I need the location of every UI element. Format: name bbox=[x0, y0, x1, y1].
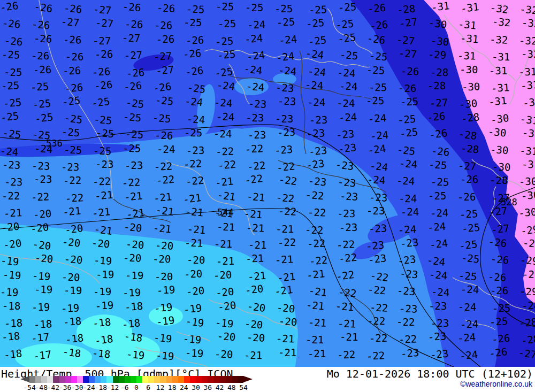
temp-value: -18 bbox=[124, 301, 143, 312]
temp-value: -25 bbox=[274, 4, 293, 14]
temp-value: -25 bbox=[152, 113, 171, 124]
temp-value: -26 bbox=[33, 64, 52, 75]
temp-value: -20 bbox=[278, 316, 297, 327]
temp-value: -26 bbox=[488, 347, 508, 359]
temp-value: -26 bbox=[369, 20, 388, 32]
temp-value: -26 bbox=[63, 65, 81, 76]
temp-value: -20 bbox=[1, 221, 20, 233]
temp-value: -26 bbox=[460, 174, 479, 185]
temp-value: -31 bbox=[519, 145, 535, 157]
temp-value: -30 bbox=[492, 162, 511, 172]
temp-value: -20 bbox=[123, 253, 142, 264]
temp-value: -25 bbox=[4, 67, 22, 78]
temp-value: -22 bbox=[396, 317, 415, 327]
copyright-link[interactable]: ©weatheronline.co.uk bbox=[460, 380, 532, 388]
temp-value: -21 bbox=[278, 348, 296, 358]
temp-value: -28 bbox=[522, 300, 535, 311]
temp-value: -23 bbox=[186, 145, 205, 156]
temp-value: -20 bbox=[64, 254, 83, 265]
temp-value: -21 bbox=[62, 206, 81, 218]
temp-value: -26 bbox=[122, 2, 141, 13]
temp-value: -25 bbox=[125, 97, 144, 110]
temp-value: -26 bbox=[152, 81, 172, 94]
temp-value: -19 bbox=[93, 287, 112, 297]
temp-value: -19 bbox=[32, 302, 50, 312]
temp-value: -26 bbox=[185, 65, 204, 77]
temp-value: -25 bbox=[3, 97, 22, 109]
colorbar-tick: 36 bbox=[204, 383, 212, 391]
temp-value: -26 bbox=[367, 3, 386, 14]
temp-value: -23 bbox=[2, 159, 21, 171]
temp-value: -20 bbox=[247, 333, 265, 344]
temp-value: -23 bbox=[305, 158, 325, 171]
temp-value: -27 bbox=[122, 33, 140, 43]
temp-value: -26 bbox=[92, 66, 111, 78]
colorbar-segment bbox=[59, 376, 65, 383]
temp-value: -22 bbox=[399, 334, 417, 345]
colorbar-tick: -24 bbox=[82, 383, 95, 391]
temp-value: -28 bbox=[518, 317, 535, 328]
temp-value: -24 bbox=[399, 193, 417, 204]
temp-value: -23 bbox=[368, 253, 387, 265]
temp-value: -29 bbox=[522, 269, 535, 280]
colorbar-segment bbox=[184, 376, 190, 383]
temp-value: -24 bbox=[213, 97, 233, 109]
temp-value: -20 bbox=[186, 286, 205, 297]
temp-value: -22 bbox=[31, 191, 50, 202]
temp-value: -21 bbox=[340, 332, 358, 342]
colorbar-tick: 54 bbox=[239, 383, 248, 391]
temp-value: -29 bbox=[519, 255, 535, 266]
temp-value: -27 bbox=[398, 48, 417, 59]
colorbar-segment bbox=[136, 376, 142, 383]
temp-value: -18 bbox=[4, 318, 23, 328]
temp-value: -20 bbox=[30, 222, 49, 234]
colorbar-tick: 24 bbox=[180, 383, 188, 391]
temp-value: -25 bbox=[93, 114, 112, 126]
temp-value: -31 bbox=[431, 1, 450, 12]
temp-value: -20 bbox=[244, 283, 264, 295]
temp-value: -28 bbox=[461, 112, 480, 124]
temp-value: -25 bbox=[125, 129, 144, 140]
colorbar-segment bbox=[232, 376, 238, 383]
colorbar-tick: -18 bbox=[95, 383, 107, 391]
temp-value: -21 bbox=[126, 207, 145, 220]
temp-value: -25 bbox=[397, 114, 416, 125]
temp-value: -25 bbox=[396, 144, 416, 157]
temp-value: -27 bbox=[95, 18, 114, 29]
temp-value: -19 bbox=[153, 333, 172, 344]
temp-value: -22 bbox=[184, 158, 202, 170]
temp-value: -21 bbox=[187, 224, 206, 235]
temp-value: -24 bbox=[369, 160, 388, 172]
temp-value: -23 bbox=[248, 130, 266, 141]
temp-value: -24 bbox=[399, 158, 418, 170]
temp-value: -28 bbox=[396, 4, 416, 16]
temp-value: -26 bbox=[31, 51, 50, 62]
temp-value: -26 bbox=[34, 2, 53, 14]
temp-value: -21 bbox=[216, 256, 235, 267]
footer-bar: Height/Temp. 500 hPa [gdmp][°C] ICON Mo … bbox=[0, 367, 535, 392]
temp-value: -25 bbox=[61, 127, 80, 139]
temp-value: -25 bbox=[32, 98, 51, 110]
temp-value: -22 bbox=[367, 316, 386, 327]
temp-value: -19 bbox=[185, 316, 204, 328]
temp-value: -26 bbox=[0, 1, 19, 13]
temp-value: -19 bbox=[157, 285, 175, 296]
colorbar-segment bbox=[29, 376, 35, 383]
temp-value: -21 bbox=[94, 190, 113, 201]
temp-value: -25 bbox=[186, 4, 205, 14]
colorbar-segment bbox=[154, 376, 160, 383]
temp-value: -24 bbox=[461, 285, 479, 295]
temp-value: -25 bbox=[245, 3, 263, 13]
temp-value: -22 bbox=[370, 271, 389, 283]
temp-value: -32 bbox=[490, 34, 508, 45]
temp-value: -32 bbox=[519, 35, 535, 46]
temp-value: -24 bbox=[305, 48, 324, 60]
temp-value: -24 bbox=[368, 113, 387, 124]
temp-value: -18 bbox=[92, 317, 111, 329]
temp-value: -26 bbox=[123, 80, 142, 92]
temp-value: -21 bbox=[246, 191, 265, 203]
temp-value: -31 bbox=[457, 19, 477, 31]
colorbar-segment bbox=[83, 376, 89, 383]
temp-value: -28 bbox=[427, 81, 446, 91]
temp-value: -18 bbox=[34, 319, 52, 330]
